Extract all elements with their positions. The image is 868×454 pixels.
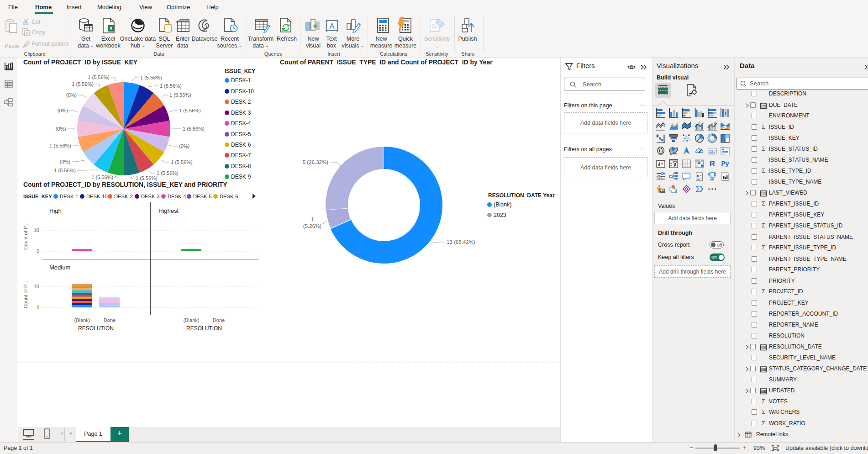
svg-text:RESOLUTION: RESOLUTION [78,325,114,332]
svg-text:10: 10 [34,227,39,233]
svg-text:DESK-10: DESK-10 [86,194,108,199]
svg-text:DESK-7: DESK-7 [231,152,251,158]
svg-text:DESK-10: DESK-10 [231,88,254,95]
svg-text:DESK-5: DESK-5 [193,194,211,199]
svg-text:A: A [329,22,335,31]
svg-text:DESK-2: DESK-2 [114,194,132,199]
svg-text:DESK-2: DESK-2 [231,99,251,105]
svg-text:DESK-4: DESK-4 [231,120,251,127]
svg-text:1 (5.56%): 1 (5.56%) [91,174,113,180]
svg-text:Highest: Highest [158,207,179,214]
svg-text:(0%): (0%) [58,108,68,113]
svg-text:Count of P...: Count of P... [23,222,28,250]
svg-text:Py: Py [721,160,729,167]
svg-text:1: 1 [311,216,314,222]
svg-text:(0%): (0%) [179,143,189,149]
svg-text:123: 123 [660,189,665,192]
svg-text:DESK-1: DESK-1 [231,77,251,84]
svg-text:DESK-8: DESK-8 [231,163,251,169]
svg-text:X: X [109,26,113,31]
svg-text:DESK-9: DESK-9 [231,174,251,180]
svg-text:1 (5.56%): 1 (5.56%) [183,126,205,132]
svg-text:0: 0 [37,248,39,254]
svg-text:DESK-3: DESK-3 [141,194,159,199]
svg-text:1 (5.56%): 1 (5.56%) [136,175,158,181]
svg-text:DESK-5: DESK-5 [231,131,251,137]
svg-text:1 (5.56%): 1 (5.56%) [160,83,182,89]
svg-text:DESK-1: DESK-1 [60,194,78,199]
svg-text:(Blank): (Blank) [184,317,200,323]
svg-text:Done: Done [213,317,225,323]
svg-text:R: R [710,159,715,168]
svg-text:123: 123 [709,149,715,153]
svg-text:2023: 2023 [494,212,506,218]
svg-text:DESK-6: DESK-6 [231,142,251,148]
svg-text:DESK-3: DESK-3 [231,110,251,116]
svg-text:Medium: Medium [49,264,70,271]
svg-text:(Blank): (Blank) [74,317,90,323]
svg-text:(5.26%): (5.26%) [303,223,321,229]
svg-text:ISSUE_KEY: ISSUE_KEY [23,194,52,199]
svg-text:High: High [49,207,62,214]
svg-text:ISSUE_KEY: ISSUE_KEY [225,68,255,74]
svg-text:RESOLUTION: RESOLUTION [186,325,222,332]
svg-text:1 (5.56%): 1 (5.56%) [171,159,193,165]
svg-text:(0%): (0%) [60,159,70,164]
svg-text:5 (26.32%): 5 (26.32%) [303,159,328,165]
svg-text:Count of P...: Count of P... [23,281,28,308]
svg-text:0: 0 [37,305,39,310]
svg-text:1 (5.56%): 1 (5.56%) [140,75,162,80]
svg-text:(Blank): (Blank) [494,201,512,208]
svg-text:1 (5.56%): 1 (5.56%) [179,108,201,113]
svg-text:(0%): (0%) [66,92,77,98]
svg-text:1 (5.56%): 1 (5.56%) [169,92,191,98]
svg-text:1 (5.56%): 1 (5.56%) [54,168,76,173]
svg-text:1 (5.56%): 1 (5.56%) [49,143,71,148]
svg-text:1 (5.56%): 1 (5.56%) [88,74,110,80]
svg-text:DESK-6: DESK-6 [220,194,238,199]
svg-text:(0%): (0%) [56,126,66,132]
svg-text:Done: Done [104,317,116,323]
svg-text:1 (5.56%): 1 (5.56%) [157,170,179,176]
svg-text:DESK-4: DESK-4 [168,194,186,199]
svg-text:13 (68.42%): 13 (68.42%) [447,239,475,245]
svg-text:RESOLUTION_DATE Year: RESOLUTION_DATE Year [488,192,555,199]
svg-text:10: 10 [34,284,39,289]
svg-text:1 (5.56%): 1 (5.56%) [72,81,94,87]
